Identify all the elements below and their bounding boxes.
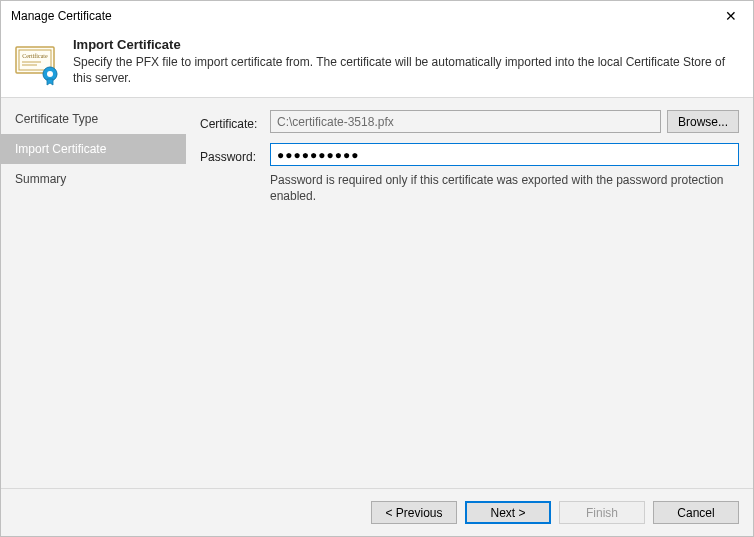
password-hint: Password is required only if this certif… bbox=[270, 172, 739, 204]
main-panel: Certificate: Browse... Password: Passwor… bbox=[186, 98, 753, 488]
finish-button[interactable]: Finish bbox=[559, 501, 645, 524]
close-button[interactable]: ✕ bbox=[709, 1, 753, 31]
svg-point-6 bbox=[47, 71, 53, 77]
titlebar: Manage Certificate ✕ bbox=[1, 1, 753, 31]
previous-button[interactable]: < Previous bbox=[371, 501, 457, 524]
banner-title: Import Certificate bbox=[73, 37, 741, 52]
password-input[interactable] bbox=[270, 143, 739, 166]
certificate-path-input[interactable] bbox=[270, 110, 661, 133]
password-label: Password: bbox=[200, 146, 270, 164]
footer: < Previous Next > Finish Cancel bbox=[1, 488, 753, 536]
content-area: Certificate Type Import Certificate Summ… bbox=[1, 97, 753, 488]
header-banner: Certificate Import Certificate Specify t… bbox=[1, 31, 753, 97]
window-title: Manage Certificate bbox=[11, 9, 709, 23]
certificate-row: Certificate: Browse... bbox=[200, 110, 739, 133]
step-summary[interactable]: Summary bbox=[1, 164, 186, 194]
step-import-certificate[interactable]: Import Certificate bbox=[1, 134, 186, 164]
close-icon: ✕ bbox=[725, 8, 737, 24]
banner-text: Import Certificate Specify the PFX file … bbox=[73, 37, 741, 86]
password-row: Password: bbox=[200, 143, 739, 166]
svg-text:Certificate: Certificate bbox=[22, 53, 48, 59]
certificate-label: Certificate: bbox=[200, 113, 270, 131]
certificate-icon: Certificate bbox=[13, 39, 61, 87]
browse-button[interactable]: Browse... bbox=[667, 110, 739, 133]
banner-description: Specify the PFX file to import certifica… bbox=[73, 54, 741, 86]
step-certificate-type[interactable]: Certificate Type bbox=[1, 104, 186, 134]
next-button[interactable]: Next > bbox=[465, 501, 551, 524]
cancel-button[interactable]: Cancel bbox=[653, 501, 739, 524]
wizard-sidebar: Certificate Type Import Certificate Summ… bbox=[1, 98, 186, 488]
